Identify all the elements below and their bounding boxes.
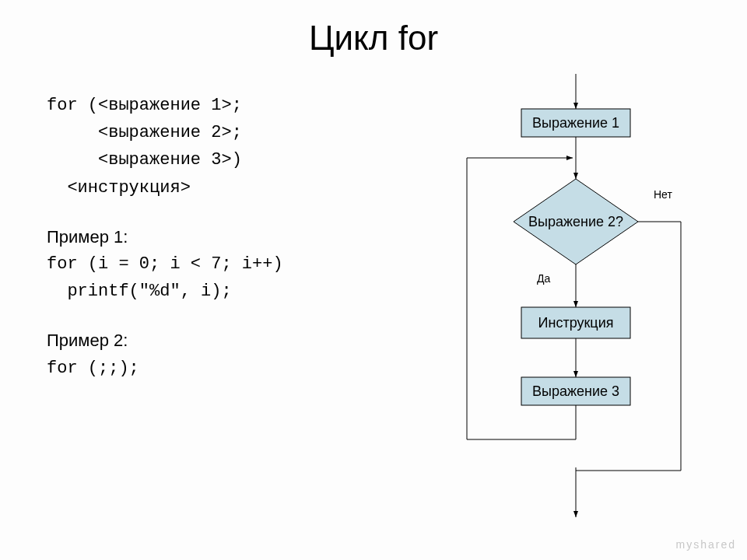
code-line: for (;;); bbox=[47, 355, 283, 382]
code-line: printf("%d", i); bbox=[47, 278, 283, 305]
code-listing: for (<выражение 1>; <выражение 2>; <выра… bbox=[47, 92, 283, 382]
watermark: myshared bbox=[676, 538, 736, 551]
flow-decision: Выражение 2? bbox=[528, 214, 623, 229]
example-heading: Пример 2: bbox=[47, 327, 283, 354]
flowchart: Выражение 1 Выражение 2? Да Нет Инструкц… bbox=[420, 74, 731, 525]
code-line: <инструкция> bbox=[47, 174, 283, 201]
flow-box-expr1: Выражение 1 bbox=[532, 115, 619, 131]
flowchart-svg: Выражение 1 Выражение 2? Да Нет Инструкц… bbox=[420, 74, 731, 525]
flow-yes-label: Да bbox=[537, 272, 550, 285]
slide: Цикл for for (<выражение 1>; <выражение … bbox=[0, 0, 747, 560]
code-line: for (i = 0; i < 7; i++) bbox=[47, 250, 283, 278]
flow-box-instruction: Инструкция bbox=[538, 315, 614, 331]
flow-box-expr3: Выражение 3 bbox=[532, 383, 619, 399]
code-line: for (<выражение 1>; bbox=[47, 92, 283, 119]
code-line: <выражение 2>; bbox=[47, 119, 283, 146]
page-title: Цикл for bbox=[0, 19, 747, 58]
example-heading: Пример 1: bbox=[47, 223, 283, 250]
flow-no-label: Нет bbox=[654, 188, 672, 201]
code-line: <выражение 3>) bbox=[47, 146, 283, 173]
